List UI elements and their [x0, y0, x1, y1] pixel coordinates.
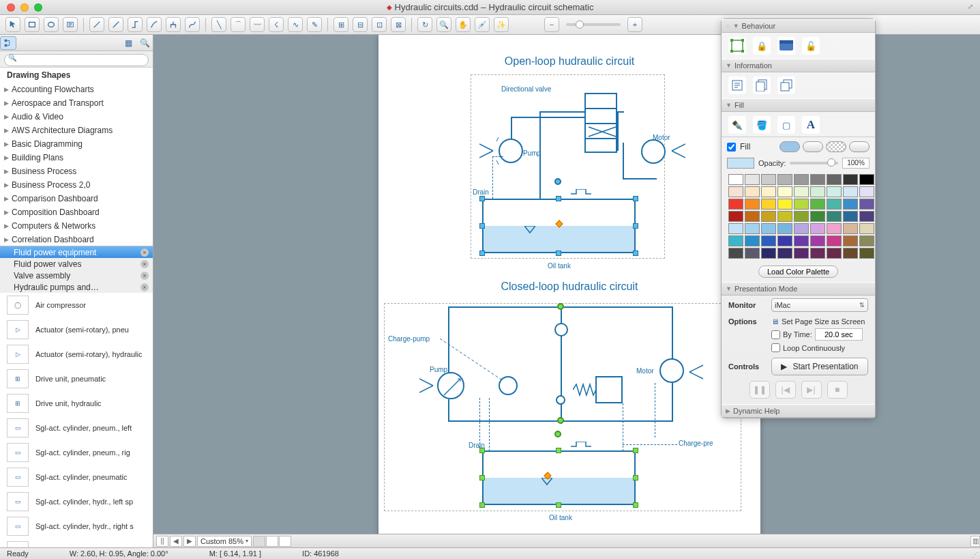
color-swatch[interactable] — [745, 211, 760, 222]
align-tool-2[interactable]: ⊟ — [353, 17, 368, 32]
connector-round-tool[interactable] — [128, 17, 143, 32]
library-tree[interactable]: Drawing Shapes ▶Accounting Flowcharts ▶A… — [0, 68, 153, 246]
shape-item[interactable]: ▷Actuator (semi-rotary), hydraulic — [0, 342, 153, 367]
color-swatch[interactable] — [843, 199, 858, 210]
shape-item[interactable]: ▭Sgl-act. cylinder, pneum., rig — [0, 440, 153, 465]
pen-icon[interactable]: ✒️ — [728, 116, 746, 134]
color-swatch[interactable] — [777, 211, 792, 222]
color-swatch[interactable] — [745, 248, 760, 259]
color-swatch[interactable] — [859, 248, 874, 259]
behaviour-section-header[interactable]: ○▼Behaviour — [722, 19, 875, 33]
shape-item[interactable]: ▭Sgl-act. cylinder, pneum., left — [0, 416, 153, 440]
scrollbar-grip[interactable]: ▥ — [970, 536, 980, 547]
color-swatch[interactable] — [794, 223, 809, 234]
rotate-tool[interactable]: ↻ — [417, 17, 432, 32]
prev-page-button[interactable]: ▶ — [183, 536, 196, 547]
color-swatch[interactable] — [728, 223, 743, 234]
fill-color-well[interactable] — [727, 158, 754, 169]
color-swatch[interactable] — [859, 223, 874, 234]
color-swatch[interactable] — [843, 186, 858, 197]
hand-tool[interactable]: ✋ — [456, 17, 471, 32]
arc-tool[interactable]: ⌒ — [231, 17, 246, 32]
shape-item[interactable]: ▭Sgl-act. cylinder, hydr., right s — [0, 514, 153, 539]
color-swatch[interactable] — [761, 223, 776, 234]
shape-item[interactable]: ▷Actuator (semi-rotary), pneu — [0, 317, 153, 342]
color-swatch[interactable] — [728, 248, 743, 259]
library-search-input[interactable] — [4, 54, 149, 66]
close-icon[interactable]: × — [140, 272, 149, 280]
lib-cat[interactable]: ▶Correlation Dashboard — [0, 233, 153, 246]
close-icon[interactable]: × — [140, 248, 149, 257]
color-swatch[interactable] — [728, 211, 743, 222]
polyline-tool[interactable]: ☇ — [269, 17, 284, 32]
spline-tool[interactable]: 〰 — [250, 17, 265, 32]
close-window-button[interactable] — [7, 3, 15, 12]
library-search-tab[interactable]: 🔍 — [136, 36, 153, 50]
shape-item[interactable]: ▭Sgl-act. cylinder, hydraulic — [0, 539, 153, 547]
information-section-header[interactable]: ▼Information — [722, 59, 875, 72]
unlock-icon[interactable]: 🔓 — [802, 37, 820, 55]
dynamic-help-section-header[interactable]: ▶Dynamic Help — [722, 404, 875, 418]
color-swatch[interactable] — [810, 199, 825, 210]
color-swatch[interactable] — [827, 235, 842, 246]
align-tool-3[interactable]: ⊡ — [372, 17, 387, 32]
first-page-button[interactable]: ◀ — [170, 536, 182, 547]
rect-tool[interactable] — [25, 17, 40, 32]
freehand-tool[interactable]: ✎ — [307, 17, 322, 32]
color-swatch[interactable] — [794, 235, 809, 246]
zoom-slider[interactable] — [566, 23, 621, 26]
pump-shape[interactable] — [499, 139, 523, 163]
connector-smart-tool[interactable] — [108, 17, 123, 32]
text-style-icon[interactable]: A — [802, 116, 820, 134]
start-presentation-button[interactable]: ▶ Start Presentation — [771, 358, 868, 375]
color-swatch[interactable] — [745, 223, 760, 234]
shape-list[interactable]: ◯Air compressor ▷Actuator (semi-rotary),… — [0, 293, 153, 547]
color-swatch[interactable] — [827, 211, 842, 222]
color-swatch[interactable] — [745, 186, 760, 197]
open-lib-item[interactable]: Fluid power equipment× — [0, 246, 153, 258]
color-swatch[interactable] — [761, 199, 776, 210]
shadow-icon[interactable]: ▢ — [777, 116, 795, 134]
shape-item[interactable]: ⊞Drive unit, hydraulic — [0, 391, 153, 416]
multi-note-icon[interactable] — [753, 76, 771, 94]
color-swatch[interactable] — [859, 199, 874, 210]
library-grid-view[interactable]: ▦ — [120, 36, 136, 50]
color-swatch[interactable] — [794, 174, 809, 185]
open-lib-item[interactable]: Fluid power valves× — [0, 258, 153, 270]
fill-checkbox[interactable] — [727, 143, 736, 152]
shape-item[interactable]: ◯Air compressor — [0, 293, 153, 317]
load-palette-button[interactable]: Load Color Palette — [758, 266, 838, 278]
close-icon[interactable]: × — [140, 260, 149, 268]
color-swatch[interactable] — [761, 211, 776, 222]
color-swatch[interactable] — [761, 235, 776, 246]
color-swatch[interactable] — [810, 235, 825, 246]
align-tool-1[interactable]: ⊞ — [333, 17, 348, 32]
color-swatch[interactable] — [859, 186, 874, 197]
next-slide-button[interactable]: ▶| — [801, 381, 822, 399]
bucket-icon[interactable]: 🪣 — [753, 116, 771, 134]
lib-cat[interactable]: ▶Comparison Dashboard — [0, 192, 153, 205]
resize-grip-icon[interactable]: ⋰ — [972, 551, 979, 558]
connector-spline-tool[interactable] — [185, 17, 200, 32]
color-swatch[interactable] — [761, 248, 776, 259]
page-tab[interactable] — [279, 536, 291, 547]
color-swatch[interactable] — [745, 235, 760, 246]
open-lib-item[interactable]: Valve assembly× — [0, 270, 153, 281]
presentation-section-header[interactable]: ▼Presentation Mode — [722, 282, 875, 296]
open-lib-item[interactable]: Hydraulic pumps and…× — [0, 281, 153, 293]
color-swatch[interactable] — [794, 186, 809, 197]
bezier-tool[interactable]: ∿ — [288, 17, 303, 32]
color-swatch[interactable] — [794, 248, 809, 259]
lib-cat[interactable]: ▶Business Process 2,0 — [0, 178, 153, 192]
zoom-in-button[interactable]: + — [627, 17, 642, 32]
color-swatch[interactable] — [777, 223, 792, 234]
opacity-slider[interactable] — [790, 162, 838, 164]
lib-cat[interactable]: ▶Audio & Video — [0, 110, 153, 124]
color-swatch[interactable] — [827, 248, 842, 259]
color-swatch[interactable] — [827, 223, 842, 234]
container-icon[interactable] — [777, 37, 795, 55]
color-swatch[interactable] — [728, 174, 743, 185]
opacity-value[interactable]: 100% — [842, 158, 870, 169]
scroll-left-button[interactable]: || — [156, 536, 168, 547]
layers-icon[interactable] — [777, 76, 795, 94]
